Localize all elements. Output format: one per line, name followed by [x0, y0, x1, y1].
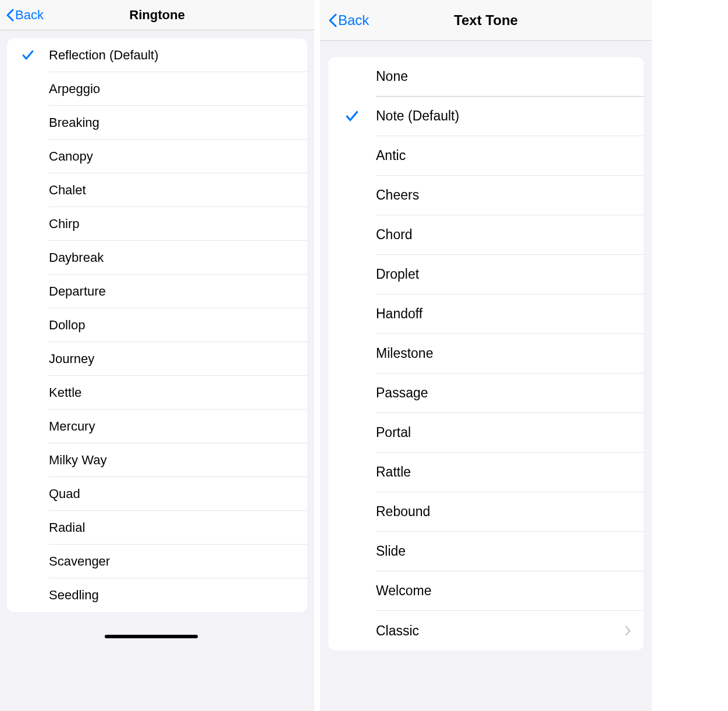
ringtone-pane: Back Ringtone Reflection (Default)Arpegg…	[0, 0, 314, 711]
row-label: None	[376, 69, 408, 84]
row-label: Breaking	[49, 115, 100, 130]
list-item[interactable]: Kettle	[7, 376, 307, 410]
chevron-right-icon	[625, 625, 631, 636]
texttone-navbar: Back Text Tone	[320, 0, 652, 41]
list-item[interactable]: Chalet	[7, 173, 307, 207]
list-item[interactable]: Dollop	[7, 308, 307, 342]
row-label: Passage	[376, 385, 428, 401]
list-item[interactable]: Welcome	[328, 571, 644, 611]
ringtone-navbar: Back Ringtone	[0, 0, 314, 30]
list-item[interactable]: Arpeggio	[7, 72, 307, 106]
row-content: Slide	[376, 532, 644, 571]
row-content: Rattle	[376, 453, 644, 492]
row-content: Daybreak	[49, 241, 307, 275]
row-content: Cheers	[376, 176, 644, 215]
row-content: Milestone	[376, 334, 644, 374]
list-item[interactable]: Portal	[328, 413, 644, 453]
chevron-left-icon	[6, 9, 14, 22]
row-content: Kettle	[49, 376, 307, 410]
list-item[interactable]: Journey	[7, 342, 307, 376]
row-label: Reflection (Default)	[49, 48, 158, 63]
row-label: Rebound	[376, 504, 430, 520]
row-content: Chirp	[49, 207, 307, 241]
ringtone-list: Reflection (Default)ArpeggioBreakingCano…	[7, 38, 307, 612]
row-label: Chalet	[49, 183, 86, 198]
back-label: Back	[15, 8, 44, 23]
home-indicator[interactable]	[105, 635, 198, 638]
row-label: Welcome	[376, 583, 431, 599]
checkmark-icon	[7, 48, 49, 62]
back-button[interactable]: Back	[320, 12, 369, 29]
page-title: Text Tone	[320, 12, 652, 29]
texttone-pane: Back Text Tone NoneNote (Default)AnticCh…	[320, 0, 652, 711]
row-content: Welcome	[376, 571, 644, 611]
row-content: Arpeggio	[49, 72, 307, 106]
row-content: Mercury	[49, 410, 307, 443]
row-label: Droplet	[376, 266, 419, 282]
texttone-list: NoneNote (Default)AnticCheersChordDrople…	[328, 57, 644, 650]
row-content: Milky Way	[49, 443, 307, 477]
list-item[interactable]: Rebound	[328, 492, 644, 532]
row-label: Canopy	[49, 149, 93, 164]
list-item[interactable]: Note (Default)	[328, 97, 644, 136]
list-item[interactable]: Quad	[7, 477, 307, 511]
list-item[interactable]: Slide	[328, 532, 644, 571]
list-item[interactable]: Droplet	[328, 255, 644, 294]
row-content: None	[376, 57, 644, 97]
row-label: Cheers	[376, 187, 419, 203]
list-item[interactable]: Milestone	[328, 334, 644, 374]
list-item[interactable]: Chord	[328, 215, 644, 255]
page-title: Ringtone	[0, 8, 314, 23]
list-item[interactable]: Cheers	[328, 176, 644, 215]
checkmark-icon	[328, 109, 376, 124]
row-label: Classic	[376, 623, 419, 639]
list-item[interactable]: Breaking	[7, 106, 307, 140]
row-content: Classic	[376, 611, 644, 650]
row-label: Portal	[376, 425, 411, 440]
row-label: Chord	[376, 227, 413, 243]
list-item[interactable]: Reflection (Default)	[7, 38, 307, 72]
row-content: Radial	[49, 511, 307, 545]
back-label: Back	[338, 12, 369, 29]
list-item[interactable]: Mercury	[7, 410, 307, 443]
row-label: Slide	[376, 543, 406, 559]
row-content: Journey	[49, 342, 307, 376]
row-content: Dollop	[49, 308, 307, 342]
list-item[interactable]: Daybreak	[7, 241, 307, 275]
row-label: Kettle	[49, 385, 81, 400]
row-label: Antic	[376, 148, 406, 163]
list-item[interactable]: Rattle	[328, 453, 644, 492]
row-label: Scavenger	[49, 554, 110, 569]
row-content: Droplet	[376, 255, 644, 294]
row-content: Antic	[376, 136, 644, 176]
back-button[interactable]: Back	[0, 8, 44, 23]
row-label: Seedling	[49, 588, 99, 603]
list-item[interactable]: Radial	[7, 511, 307, 545]
row-label: Chirp	[49, 216, 80, 232]
row-label: Quad	[49, 486, 80, 502]
row-content: Scavenger	[49, 545, 307, 578]
list-item[interactable]: Antic	[328, 136, 644, 176]
row-label: Rattle	[376, 464, 411, 480]
row-content: Chalet	[49, 173, 307, 207]
list-item[interactable]: None	[328, 57, 644, 97]
row-label: Arpeggio	[49, 81, 100, 97]
row-label: Dollop	[49, 318, 85, 333]
list-item[interactable]: Chirp	[7, 207, 307, 241]
list-item[interactable]: Scavenger	[7, 545, 307, 578]
list-item[interactable]: Departure	[7, 275, 307, 308]
row-content: Seedling	[49, 578, 307, 612]
list-item[interactable]: Seedling	[7, 578, 307, 612]
row-label: Note (Default)	[376, 108, 459, 124]
list-item[interactable]: Passage	[328, 374, 644, 413]
list-item[interactable]: Classic	[328, 611, 644, 650]
row-content: Departure	[49, 275, 307, 308]
row-content: Chord	[376, 215, 644, 255]
row-label: Milky Way	[49, 453, 106, 468]
row-content: Breaking	[49, 106, 307, 140]
list-item[interactable]: Handoff	[328, 294, 644, 334]
list-item[interactable]: Canopy	[7, 140, 307, 173]
row-label: Departure	[49, 284, 106, 299]
chevron-left-icon	[328, 13, 337, 27]
list-item[interactable]: Milky Way	[7, 443, 307, 477]
